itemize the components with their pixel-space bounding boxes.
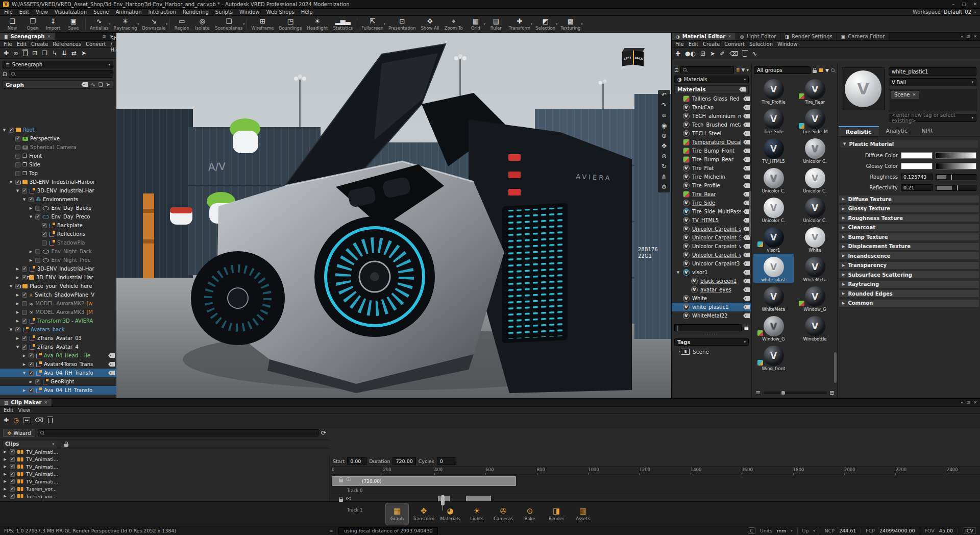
toolbar-fullscreen-button[interactable]: ⇱▾Fullscreen bbox=[359, 16, 386, 32]
section-displacement-texture[interactable]: ▶Displacement Texture bbox=[839, 242, 979, 251]
scenegraph-node-avatars-back[interactable]: ▼Avatars_back bbox=[0, 325, 116, 334]
scenegraph-combo[interactable]: ≣ Scenegraph ▾ bbox=[3, 61, 113, 68]
expand-icon[interactable]: ▼ bbox=[15, 345, 20, 349]
expand-icon[interactable]: ▶ bbox=[3, 479, 7, 483]
tag-icon[interactable] bbox=[743, 123, 750, 127]
tag-icon[interactable] bbox=[743, 279, 750, 283]
search-options-icon[interactable]: ⊡ bbox=[3, 71, 7, 77]
quick-graph-button[interactable]: ▦Graph bbox=[386, 503, 408, 525]
toolbar-new-button[interactable]: ❏New bbox=[2, 16, 22, 32]
material-menu-file[interactable]: File bbox=[675, 41, 684, 47]
material-unicolor-carpaint-st[interactable]: VUnicolor Carpaint_St bbox=[672, 233, 751, 242]
toolbar-grid-button[interactable]: ▦▾Grid bbox=[465, 16, 486, 32]
tag-icon[interactable] bbox=[743, 175, 750, 179]
clip-menu-edit[interactable]: Edit bbox=[4, 407, 13, 413]
render-viewport[interactable]: A/V 28B176 22G1 bbox=[116, 33, 671, 398]
clear-icon[interactable]: ⌫ bbox=[35, 417, 43, 424]
toolbar-isolate-button[interactable]: ◎Isolate bbox=[192, 16, 212, 32]
toolbar-open-button[interactable]: ❐Open bbox=[22, 16, 43, 32]
expand-icon[interactable]: ▼ bbox=[9, 180, 13, 184]
toolbar-wireframe-button[interactable]: ⊞Wireframe bbox=[249, 16, 276, 32]
section-transparency[interactable]: ▶Transparency bbox=[839, 261, 979, 270]
color-gradient-bar[interactable] bbox=[936, 152, 976, 159]
expand-icon[interactable]: ▶ bbox=[15, 267, 20, 271]
section-plastic-material[interactable]: ▼ Plastic Material bbox=[840, 140, 978, 148]
lock-icon[interactable] bbox=[339, 479, 343, 482]
visibility-checkbox[interactable] bbox=[35, 258, 40, 263]
layers-icon[interactable]: ❏ bbox=[99, 82, 103, 87]
tag-icon[interactable] bbox=[743, 157, 750, 162]
toolbar-sceneplanes-button[interactable]: ❑▾Sceneplanes bbox=[212, 16, 245, 32]
slider-thumb[interactable] bbox=[781, 391, 785, 395]
toolbar-transform-button[interactable]: ✚▾Transform bbox=[506, 16, 533, 32]
material-black-screen1[interactable]: Vblack_screen1 bbox=[672, 277, 751, 285]
toolbar-presentation-button[interactable]: ⊡Presentation bbox=[386, 16, 418, 32]
clip-checkbox[interactable] bbox=[10, 472, 15, 477]
section-raytracing[interactable]: ▶Raytracing bbox=[839, 280, 979, 288]
list-view-icon[interactable]: ≡ bbox=[755, 389, 761, 396]
menu-help[interactable]: Help bbox=[301, 9, 313, 15]
menu-interaction[interactable]: Interaction bbox=[149, 9, 176, 15]
material-thumb-tire-profile[interactable]: VTire_Profile bbox=[753, 76, 794, 105]
scenegraph-node-3d-env-industrial-harbor[interactable]: ▼3D-ENV_Industrial-Harbor bbox=[0, 178, 116, 186]
color-gradient-bar[interactable] bbox=[936, 163, 976, 169]
tag-icon[interactable] bbox=[743, 305, 750, 309]
quick-transform-button[interactable]: ✥Transform bbox=[412, 503, 435, 525]
hierarchy-icon[interactable]: ≣ bbox=[736, 67, 740, 72]
remove-unused-icon[interactable]: ⌫ bbox=[729, 50, 738, 57]
assign-material-icon[interactable]: ✐ bbox=[720, 50, 725, 57]
duration-field[interactable]: 720.00 bbox=[393, 457, 415, 465]
tag-icon[interactable] bbox=[743, 253, 750, 257]
expand-icon[interactable]: ▶ bbox=[29, 258, 33, 262]
move-node-icon[interactable]: ↳ bbox=[52, 50, 57, 57]
navcube-left-face[interactable]: LEFT bbox=[622, 51, 633, 66]
scenegraph-menu-file[interactable]: File bbox=[4, 41, 12, 47]
tag-icon[interactable] bbox=[108, 353, 115, 358]
material-white-plastic1[interactable]: Vwhite_plastic1 bbox=[672, 303, 751, 311]
clip-checkbox[interactable] bbox=[10, 479, 15, 484]
duplicate-material-icon[interactable]: ●◐ bbox=[685, 50, 696, 57]
tag-filter-icon[interactable] bbox=[81, 82, 88, 87]
material-taillens-glass-red[interactable]: Taillens_Glass_Red bbox=[672, 94, 751, 103]
tab-scenegraph[interactable]: ≣ Scenegraph ✕ bbox=[0, 33, 55, 40]
frame-range-icon[interactable]: ↔ bbox=[23, 417, 31, 423]
toolbar-import-button[interactable]: ↧Import bbox=[43, 16, 63, 32]
material-tv-html5[interactable]: VTV_HTML5 bbox=[672, 216, 751, 225]
menu-web-shops[interactable]: Web Shops bbox=[266, 9, 295, 15]
tab-npr[interactable]: NPR bbox=[915, 126, 940, 136]
expand-icon[interactable]: ▶ bbox=[22, 354, 27, 358]
visibility-checkbox[interactable] bbox=[15, 171, 20, 176]
section-bump-texture[interactable]: ▶Bump Texture bbox=[839, 233, 979, 241]
material-unicolor-carpaint-w[interactable]: VUnicolor Carpaint_w bbox=[672, 242, 751, 251]
material-white[interactable]: VWhite bbox=[672, 294, 751, 303]
scenegraph-node-side[interactable]: ❒Side bbox=[0, 160, 116, 169]
visibility-checkbox[interactable] bbox=[22, 275, 27, 280]
scenegraph-node-ava-04-lh-transfo[interactable]: ▶Ava_04_LH_Transfo bbox=[0, 386, 116, 395]
material-tire-bump-front[interactable]: Tire_Bump_Front bbox=[672, 147, 751, 155]
material-thumb-white[interactable]: VWhite bbox=[795, 224, 835, 253]
material-menu-window[interactable]: Window bbox=[777, 41, 797, 47]
scenegraph-node-shadowpla[interactable]: ShadowPla bbox=[0, 238, 116, 247]
material-tire-bump-rear[interactable]: Tire_Bump_Rear bbox=[672, 155, 751, 164]
remove-tag-icon[interactable]: ✕ bbox=[913, 92, 916, 97]
add-clip-icon[interactable]: ✚ bbox=[4, 417, 9, 424]
scenegraph-node-avatar4torso-trans[interactable]: ▶Avatar4Torso_Trans bbox=[0, 360, 116, 369]
visibility-checkbox[interactable] bbox=[22, 188, 27, 193]
visibility-checkbox[interactable] bbox=[22, 310, 27, 315]
expand-icon[interactable]: ▶ bbox=[29, 250, 33, 254]
tag-icon[interactable] bbox=[743, 149, 750, 153]
scenegraph-node-reflections[interactable]: Reflections bbox=[0, 230, 116, 238]
material-thumb-tire-rear[interactable]: VTire_Rear bbox=[795, 76, 835, 105]
material-thumb-unicolor-c[interactable]: VUnicolor C. bbox=[795, 135, 835, 164]
tag-icon[interactable] bbox=[739, 87, 746, 92]
visibility-checkbox[interactable] bbox=[22, 319, 27, 324]
toolbar-boundings-button[interactable]: ◳Boundings bbox=[277, 16, 305, 32]
section-common[interactable]: ▶Common bbox=[839, 299, 979, 307]
visibility-checkbox[interactable] bbox=[22, 301, 27, 306]
material-whitemetal22[interactable]: VWhiteMetal22 bbox=[672, 311, 751, 320]
swap-node-icon[interactable]: ⇄ bbox=[71, 50, 77, 57]
visibility-checkbox[interactable] bbox=[15, 145, 20, 150]
menu-window[interactable]: Window bbox=[239, 9, 259, 15]
material-tire-side[interactable]: VTire_Side bbox=[672, 199, 751, 207]
material-unicolor-carpaint-si[interactable]: VUnicolor Carpaint_si bbox=[672, 225, 751, 233]
